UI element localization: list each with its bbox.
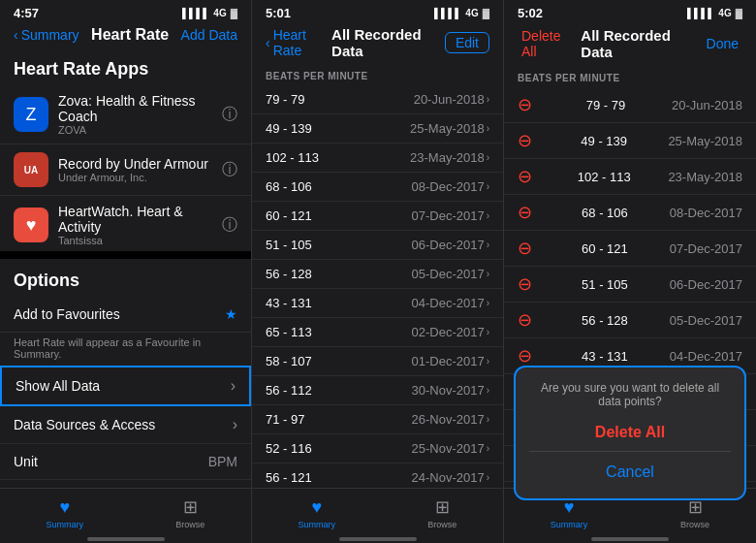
tab-bar-2: ♥ Summary ⊞ Browse bbox=[252, 488, 503, 533]
recorded-title-3: All Recorded Data bbox=[581, 27, 702, 60]
data-row-edit-6[interactable]: ⊖ 56 - 128 05-Dec-2017 bbox=[504, 303, 756, 338]
data-row-2[interactable]: 102 - 113 23-May-2018› bbox=[252, 144, 503, 173]
record-icon: UA bbox=[14, 152, 48, 187]
browse-label: Browse bbox=[175, 520, 205, 529]
delete-circle-icon-2[interactable]: ⊖ bbox=[518, 166, 532, 187]
recorded-title: All Recorded Data bbox=[331, 26, 445, 59]
add-data-button[interactable]: Add Data bbox=[181, 27, 237, 43]
app-item-heartwatch[interactable]: ♥ HeartWatch. Heart & Activity Tantsissa… bbox=[0, 196, 251, 251]
status-icons-3: ▌▌▌▌ 4G ▓ bbox=[687, 8, 742, 18]
divider-1 bbox=[0, 251, 251, 259]
unit-option: Unit BPM bbox=[0, 444, 251, 480]
range-val: 52 - 116 bbox=[266, 441, 312, 456]
data-row-8[interactable]: 65 - 113 02-Dec-2017› bbox=[252, 318, 503, 347]
data-row-0[interactable]: 79 - 79 20-Jun-2018› bbox=[252, 85, 503, 114]
status-bar-2: 5:01 ▌▌▌▌ 4G ▓ bbox=[252, 0, 503, 22]
date-val: 24-Nov-2017› bbox=[412, 470, 490, 485]
back-button-2[interactable]: ‹ Heart Rate bbox=[266, 27, 331, 58]
data-row-edit-0[interactable]: ⊖ 79 - 79 20-Jun-2018 bbox=[504, 87, 756, 123]
range-val: 49 - 139 bbox=[266, 121, 312, 136]
battery-icon-3: ▓ bbox=[736, 8, 742, 18]
browse-label-3: Browse bbox=[680, 520, 709, 529]
heartwatch-info: HeartWatch. Heart & Activity Tantsissa bbox=[58, 204, 212, 246]
signal-icon-1: ▌▌▌▌ bbox=[182, 8, 209, 18]
show-all-data-option[interactable]: Show All Data › bbox=[0, 366, 251, 406]
delete-circle-icon-6[interactable]: ⊖ bbox=[518, 309, 532, 331]
delete-circle-icon-0[interactable]: ⊖ bbox=[518, 94, 532, 115]
options-section: Options Add to Favourites ★ Heart Rate w… bbox=[0, 259, 251, 488]
delete-circle-icon-3[interactable]: ⊖ bbox=[518, 202, 532, 223]
range-val: 58 - 107 bbox=[266, 354, 312, 368]
zova-info: Zova: Health & Fitness Coach ZOVA bbox=[58, 93, 212, 136]
date-val: 08-Dec-2017› bbox=[412, 179, 490, 194]
status-bar-1: 4:57 ▌▌▌▌ 4G ▓ bbox=[0, 0, 251, 22]
delete-circle-icon-1[interactable]: ⊖ bbox=[518, 130, 532, 151]
info-icon-record[interactable]: ⓘ bbox=[222, 160, 237, 180]
data-row-1[interactable]: 49 - 139 25-May-2018› bbox=[252, 114, 503, 144]
data-row-6[interactable]: 56 - 128 05-Dec-2017› bbox=[252, 260, 503, 289]
date-val: 23-May-2018› bbox=[410, 150, 489, 165]
panel-recorded-data: 5:01 ▌▌▌▌ 4G ▓ ‹ Heart Rate All Recorded… bbox=[252, 0, 504, 543]
date-val-e: 23-May-2018 bbox=[668, 170, 742, 184]
data-row-4[interactable]: 60 - 121 07-Dec-2017› bbox=[252, 202, 503, 231]
data-row-12[interactable]: 52 - 116 25-Nov-2017› bbox=[252, 434, 503, 463]
data-row-edit-5[interactable]: ⊖ 51 - 105 06-Dec-2017 bbox=[504, 267, 756, 303]
data-row-11[interactable]: 71 - 97 26-Nov-2017› bbox=[252, 405, 503, 434]
date-val-e: 05-Dec-2017 bbox=[670, 313, 742, 328]
tab-browse-1[interactable]: ⊞ Browse bbox=[175, 496, 205, 529]
range-val-e: 79 - 79 bbox=[586, 98, 625, 112]
delete-all-overlay: Are you sure you want to delete all data… bbox=[514, 366, 746, 500]
summary-label-3: Summary bbox=[551, 520, 588, 529]
data-row-10[interactable]: 56 - 112 30-Nov-2017› bbox=[252, 376, 503, 405]
delete-circle-icon-5[interactable]: ⊖ bbox=[518, 273, 532, 295]
cancel-delete-button[interactable]: Cancel bbox=[529, 460, 731, 485]
delete-circle-icon-7[interactable]: ⊖ bbox=[518, 345, 532, 367]
app-item-zova[interactable]: Z Zova: Health & Fitness Coach ZOVA ⓘ bbox=[0, 85, 251, 144]
date-val-e: 06-Dec-2017 bbox=[670, 277, 742, 292]
data-row-edit-2[interactable]: ⊖ 102 - 113 23-May-2018 bbox=[504, 159, 756, 195]
data-row-13[interactable]: 56 - 121 24-Nov-2017› bbox=[252, 463, 503, 488]
range-val: 56 - 112 bbox=[266, 383, 312, 398]
tab-summary-1[interactable]: ♥ Summary bbox=[47, 497, 84, 529]
record-info: Record by Under Armour Under Armour, Inc… bbox=[58, 156, 212, 183]
tab-browse-2[interactable]: ⊞ Browse bbox=[427, 496, 457, 529]
record-name: Record by Under Armour bbox=[58, 156, 212, 172]
info-icon-heartwatch[interactable]: ⓘ bbox=[222, 215, 237, 236]
range-val-e: 60 - 121 bbox=[582, 241, 628, 256]
add-to-favourites-option[interactable]: Add to Favourites ★ bbox=[0, 297, 251, 333]
time-1: 4:57 bbox=[14, 6, 39, 20]
data-row-5[interactable]: 51 - 105 06-Dec-2017› bbox=[252, 231, 503, 260]
data-row-3[interactable]: 68 - 106 08-Dec-2017› bbox=[252, 173, 503, 202]
data-sources-option[interactable]: Data Sources & Access › bbox=[0, 406, 251, 444]
options-header: Options bbox=[0, 267, 251, 297]
back-button-1[interactable]: ‹ Summary bbox=[14, 27, 79, 43]
data-row-edit-4[interactable]: ⊖ 60 - 121 07-Dec-2017 bbox=[504, 231, 756, 267]
info-icon-zova[interactable]: ⓘ bbox=[222, 105, 237, 125]
tab-browse-3[interactable]: ⊞ Browse bbox=[680, 496, 709, 529]
page-title-1: Heart Rate bbox=[91, 26, 169, 44]
tab-summary-2[interactable]: ♥ Summary bbox=[299, 497, 336, 529]
data-row-9[interactable]: 58 - 107 01-Dec-2017› bbox=[252, 347, 503, 376]
show-all-label: Show All Data bbox=[16, 378, 100, 394]
date-val-e: 20-Jun-2018 bbox=[672, 98, 742, 112]
data-row-edit-1[interactable]: ⊖ 49 - 139 25-May-2018 bbox=[504, 123, 756, 159]
tab-summary-3[interactable]: ♥ Summary bbox=[551, 497, 588, 529]
app-item-record[interactable]: UA Record by Under Armour Under Armour, … bbox=[0, 144, 251, 196]
unit-label: Unit bbox=[14, 454, 38, 469]
edit-button[interactable]: Edit bbox=[445, 32, 489, 53]
panel-heart-rate-apps: 4:57 ▌▌▌▌ 4G ▓ ‹ Summary Heart Rate Add … bbox=[0, 0, 252, 543]
delete-circle-icon-4[interactable]: ⊖ bbox=[518, 238, 532, 259]
col-header-2: BEATS PER MINUTE bbox=[252, 67, 503, 85]
delete-all-nav-button[interactable]: Delete All bbox=[518, 26, 581, 61]
delete-all-confirm-button[interactable]: Delete All bbox=[529, 420, 731, 452]
data-row-7[interactable]: 43 - 131 04-Dec-2017› bbox=[252, 289, 503, 318]
chevron-right-row0: › bbox=[487, 94, 489, 105]
done-button[interactable]: Done bbox=[703, 34, 742, 53]
col-header-3: BEATS PER MINUTE bbox=[504, 69, 756, 87]
summary-icon: ♥ bbox=[60, 497, 71, 518]
date-val: 20-Jun-2018› bbox=[414, 92, 489, 107]
star-icon: ★ bbox=[225, 306, 237, 322]
data-row-edit-3[interactable]: ⊖ 68 - 106 08-Dec-2017 bbox=[504, 195, 756, 231]
range-val: 43 - 131 bbox=[266, 296, 312, 310]
home-indicator-1 bbox=[87, 537, 165, 541]
